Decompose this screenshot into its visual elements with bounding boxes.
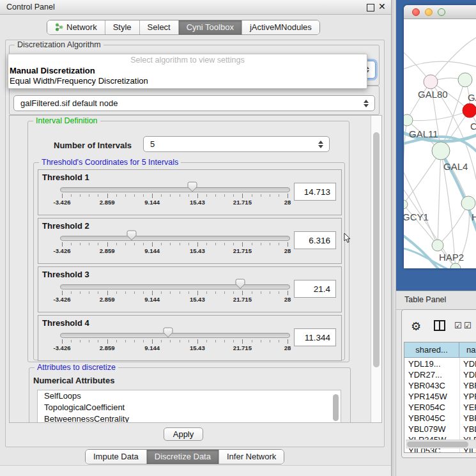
tab-style[interactable]: Style <box>105 20 140 35</box>
zoom-traffic-icon[interactable] <box>438 8 445 16</box>
slider-thumb[interactable] <box>127 230 137 241</box>
checkbox-checked-icon[interactable]: ☑ <box>454 321 462 330</box>
slider-tick <box>242 339 243 344</box>
slider-tick <box>261 291 261 294</box>
tab-discretize-data[interactable]: Discretize Data <box>147 450 219 464</box>
threshold-value-field[interactable]: 21.4 <box>294 280 336 298</box>
table-hscrollbar[interactable] <box>406 440 476 449</box>
algorithm-option[interactable]: Equal Width/Frequency Discretization <box>10 76 361 86</box>
gear-icon[interactable]: ⚙ <box>411 319 421 334</box>
slider-tick <box>98 194 98 197</box>
table-row[interactable]: YDR27...YDR2 <box>404 370 476 381</box>
network-node[interactable] <box>404 200 408 209</box>
slider-tick <box>161 340 162 342</box>
slider-track[interactable] <box>60 333 290 338</box>
network-node[interactable] <box>463 104 476 118</box>
settings-scroll-pane: Interval Definition Number of Intervals … <box>9 115 382 423</box>
tab-infer-network[interactable]: Infer Network <box>219 450 284 464</box>
slider-tick <box>180 291 180 294</box>
network-edge[interactable] <box>404 166 438 245</box>
table-row[interactable]: YBR043CYBR0 <box>404 381 476 392</box>
slider-tick <box>233 194 234 197</box>
tab-jactivemnodules[interactable]: jActiveMNodules <box>242 20 319 35</box>
panel-divider[interactable] <box>391 0 396 476</box>
attribute-list-item[interactable]: SelfLoops <box>38 390 341 402</box>
network-edge[interactable] <box>438 151 441 245</box>
list-scrollbar[interactable] <box>333 394 339 421</box>
table-row[interactable]: YDL19...YDL1 <box>404 359 476 370</box>
network-canvas[interactable]: GAL80GACGAL11GAL4HGCY1HAP2 <box>404 19 476 268</box>
network-node-label: C <box>470 121 476 132</box>
table-panel: ⚙ ☑ ☑ shared...na YDL19...YDL1YDR27...YD… <box>401 309 476 458</box>
slider-thumb[interactable] <box>235 279 245 289</box>
settings-scrollbar-thumb[interactable] <box>373 132 380 367</box>
interval-definition-title: Interval Definition <box>33 116 100 125</box>
float-window-icon[interactable] <box>367 4 374 12</box>
network-edge[interactable] <box>404 151 441 204</box>
slider-tick <box>206 194 207 197</box>
slider-tick-label: 9.144 <box>144 296 160 303</box>
tab-impute-data[interactable]: Impute Data <box>86 450 147 464</box>
algorithm-option[interactable]: Manual Discretization <box>10 66 361 75</box>
network-edge[interactable] <box>407 111 470 121</box>
network-node[interactable] <box>424 75 438 89</box>
tab-select[interactable]: Select <box>140 20 179 35</box>
attribute-list-item[interactable]: TopologicalCoefficient <box>38 402 341 413</box>
threshold-value-field[interactable]: 14.713 <box>294 183 336 201</box>
network-node[interactable] <box>404 114 413 126</box>
slider-tick <box>80 340 81 342</box>
table-row[interactable]: YPR145WYPR1 <box>404 392 476 403</box>
threshold-value-field[interactable]: 6.316 <box>294 231 336 249</box>
attribute-list-item[interactable]: BetweennessCentrality <box>38 413 341 423</box>
slider-tick <box>288 242 288 247</box>
network-node[interactable] <box>432 142 450 160</box>
node-table[interactable]: shared...na YDL19...YDL1YDR27...YDR2YBR0… <box>404 342 476 453</box>
network-node[interactable] <box>461 196 475 210</box>
tab-label: jActiveMNodules <box>250 22 312 32</box>
table-row[interactable]: YBL079WYBL0 <box>404 424 476 435</box>
checkbox-checked-icon[interactable]: ☑ <box>464 321 472 330</box>
slider-tick <box>270 194 270 197</box>
table-cell: YBR043C <box>408 381 445 390</box>
slider-tick <box>152 242 153 247</box>
slider-tick-label: 9.144 <box>144 344 160 351</box>
network-edge-thick[interactable] <box>404 234 439 268</box>
slider-thumb[interactable] <box>187 181 197 192</box>
threshold-value-field[interactable]: 11.344 <box>294 328 336 346</box>
slider-tick-label: -3.426 <box>54 199 71 206</box>
slider-tick-label: 2.859 <box>100 296 115 303</box>
table-row[interactable]: YBR045CYBR0 <box>404 413 476 424</box>
tab-label: Infer Network <box>227 452 276 461</box>
slider-tick-label: 28 <box>284 199 291 206</box>
slider-tick <box>197 242 198 247</box>
close-traffic-icon[interactable] <box>412 8 420 16</box>
network-node[interactable] <box>458 73 472 87</box>
slider-track[interactable] <box>60 236 290 241</box>
table-column-header[interactable]: na <box>459 342 476 358</box>
slider-tick <box>170 194 171 197</box>
settings-scrollbar-track[interactable] <box>371 116 381 422</box>
table-cell: YDL19... <box>408 359 441 369</box>
number-of-intervals-spinner[interactable]: 5 <box>143 136 330 152</box>
network-edge[interactable] <box>404 61 476 70</box>
table-hscrollbar-thumb[interactable] <box>407 441 468 447</box>
minimize-traffic-icon[interactable] <box>425 8 433 16</box>
tab-cyni-toolbox[interactable]: Cyni Toolbox <box>179 20 242 35</box>
table-row[interactable]: YER054CYER0 <box>404 403 476 413</box>
slider-tick <box>233 291 234 294</box>
network-node-label: GA <box>468 92 476 103</box>
split-column-icon[interactable] <box>434 320 445 331</box>
slider-thumb[interactable] <box>163 327 173 338</box>
apply-button[interactable]: Apply <box>164 427 203 441</box>
slider-track[interactable] <box>60 284 290 289</box>
slider-track[interactable] <box>60 187 290 192</box>
table-data-combobox[interactable]: galFiltered.sif default node <box>13 95 375 111</box>
table-column-header[interactable]: shared... <box>404 342 459 358</box>
numerical-attributes-list[interactable]: SelfLoopsTopologicalCoefficientBetweenne… <box>37 390 341 423</box>
tab-network[interactable]: Network <box>47 20 105 35</box>
slider-tick <box>116 194 117 197</box>
close-icon[interactable]: ✕ <box>378 1 386 12</box>
table-cell: YER0 <box>463 403 476 412</box>
algorithm-dropdown-popup: Select algorithm to view settings Manual… <box>8 54 367 89</box>
network-node[interactable] <box>432 240 443 251</box>
